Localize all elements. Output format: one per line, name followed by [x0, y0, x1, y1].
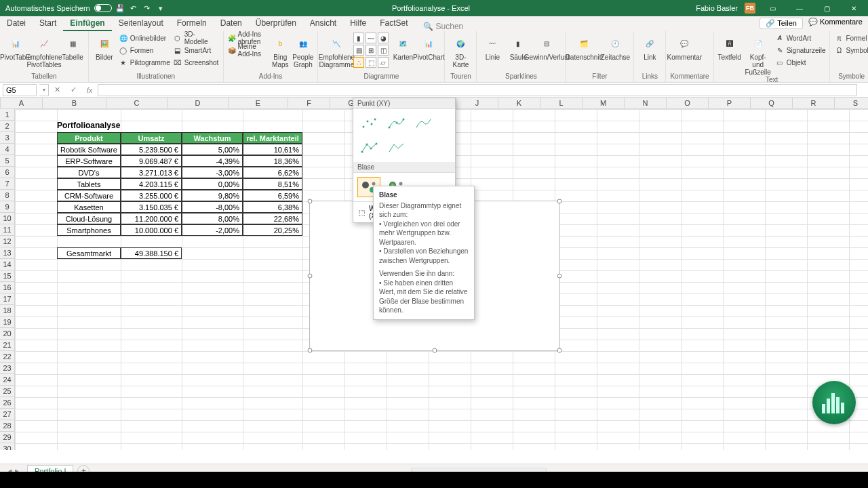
user-name[interactable]: Fabio Basler — [696, 4, 738, 12]
redo-icon[interactable]: ↷ — [142, 3, 153, 14]
enter-formula-icon[interactable]: ✓ — [65, 85, 81, 94]
row-header[interactable]: 3 — [0, 132, 15, 144]
column-header[interactable]: D — [167, 98, 229, 109]
row-header[interactable]: 27 — [0, 409, 15, 420]
umsatz-cell[interactable]: 10.000.000 € — [121, 224, 182, 236]
product-cell[interactable]: Cloud-Lösung — [57, 213, 121, 224]
pivottable-button[interactable]: 📊PivotTable — [4, 33, 27, 61]
umsatz-cell[interactable]: 5.239.500 € — [121, 144, 182, 155]
row-header[interactable]: 7 — [0, 178, 15, 190]
tab-ansicht[interactable]: Ansicht — [303, 16, 343, 31]
signature-line-button[interactable]: ✎Signaturzeile — [775, 45, 826, 56]
timeline-button[interactable]: 🕘Zeitachse — [601, 33, 629, 61]
scatter-smooth-markers-option[interactable] — [384, 113, 408, 134]
sparkline-winloss-button[interactable]: ⊟Gewinn/Verlust — [532, 33, 561, 61]
row-header[interactable]: 24 — [0, 374, 15, 386]
recommended-charts-button[interactable]: 📉Empfohlene Diagramme — [322, 33, 351, 68]
table-header[interactable]: rel. Marktanteil — [243, 132, 302, 144]
wachstum-cell[interactable]: -2,00% — [182, 224, 243, 236]
row-header[interactable]: 17 — [0, 293, 15, 305]
product-cell[interactable]: DVD's — [57, 167, 121, 178]
row-header[interactable]: 28 — [0, 420, 15, 432]
row-header[interactable]: 30 — [0, 443, 15, 450]
maximize-icon[interactable]: ▢ — [816, 0, 837, 16]
pie-chart-icon[interactable]: ◕ — [378, 33, 389, 43]
pictures-button[interactable]: 🖼️Bilder — [93, 33, 116, 61]
product-cell[interactable]: CRM-Software — [57, 190, 121, 201]
name-box[interactable]: G5 — [3, 84, 37, 96]
row-header[interactable]: 9 — [0, 201, 15, 213]
share-button[interactable]: 🔗 Teilen — [760, 18, 803, 29]
formula-input[interactable] — [98, 84, 857, 96]
wachstum-cell[interactable]: -4,39% — [182, 155, 243, 167]
search-label[interactable]: Suchen — [436, 22, 464, 31]
bar-chart-icon[interactable]: ▮ — [353, 33, 364, 43]
row-header[interactable]: 14 — [0, 259, 15, 270]
column-header[interactable]: M — [583, 98, 625, 109]
umsatz-cell[interactable]: 3.150.035 € — [121, 201, 182, 213]
row-header[interactable]: 1 — [0, 109, 15, 121]
qat-dropdown-icon[interactable]: ▾ — [155, 3, 166, 14]
umsatz-cell[interactable]: 11.200.000 € — [121, 213, 182, 224]
column-header[interactable]: R — [793, 98, 835, 109]
product-cell[interactable]: Tablets — [57, 178, 121, 190]
header-footer-button[interactable]: 📄Kopf- und Fußzeile — [744, 33, 772, 76]
3d-map-button[interactable]: 🌍3D-Karte — [449, 33, 472, 68]
row-header[interactable]: 25 — [0, 386, 15, 397]
column-header[interactable]: S — [835, 98, 868, 109]
row-header[interactable]: 8 — [0, 190, 15, 201]
umsatz-cell[interactable]: 3.271.013 € — [121, 167, 182, 178]
undo-icon[interactable]: ↶ — [128, 3, 139, 14]
get-addins-button[interactable]: 🧩Add-Ins abrufen — [228, 33, 269, 43]
ribbon-options-icon[interactable]: ▭ — [762, 0, 783, 16]
scatter-chart-icon[interactable]: ∴ — [353, 57, 364, 68]
scatter-smooth-option[interactable] — [412, 113, 435, 134]
sparkline-line-button[interactable]: 〰Linie — [481, 33, 504, 61]
product-cell[interactable]: Robotik Software — [57, 144, 121, 155]
column-header[interactable]: A — [1, 98, 43, 109]
bing-maps-button[interactable]: bBing Maps — [271, 33, 290, 68]
column-header[interactable]: L — [540, 98, 583, 109]
tab-daten[interactable]: Daten — [214, 16, 249, 31]
tab-einfügen[interactable]: Einfügen — [63, 16, 111, 31]
line-chart-icon[interactable]: ⁓ — [366, 33, 376, 43]
table-header[interactable]: Produkt — [57, 132, 121, 144]
wachstum-cell[interactable]: 0,00% — [182, 178, 243, 190]
tab-seitenlayout[interactable]: Seitenlayout — [112, 16, 170, 31]
row-header[interactable]: 29 — [0, 432, 15, 443]
marktanteil-cell[interactable]: 20,25% — [243, 224, 302, 236]
user-avatar[interactable]: FB — [745, 3, 755, 14]
row-header[interactable]: 26 — [0, 397, 15, 409]
comments-button[interactable]: 💬 Kommentare — [808, 18, 863, 29]
column-header[interactable]: E — [229, 98, 288, 109]
wachstum-cell[interactable]: -8,00% — [182, 201, 243, 213]
wachstum-cell[interactable]: 5,00% — [182, 144, 243, 155]
row-header[interactable]: 10 — [0, 213, 15, 224]
umsatz-cell[interactable]: 9.069.487 € — [121, 155, 182, 167]
wachstum-cell[interactable]: 8,00% — [182, 213, 243, 224]
hierarchy-chart-icon[interactable]: ▤ — [353, 45, 364, 56]
scatter-straight-markers-option[interactable] — [357, 138, 380, 158]
save-icon[interactable]: 💾 — [115, 3, 125, 14]
row-header[interactable]: 12 — [0, 236, 15, 247]
combo-chart-icon[interactable]: ◫ — [378, 45, 389, 56]
column-header[interactable]: B — [43, 98, 106, 109]
wordart-button[interactable]: 𝘼WordArt — [775, 33, 826, 43]
map-chart-icon[interactable]: ▱ — [378, 57, 389, 68]
icons-button[interactable]: ★Piktogramme — [119, 57, 170, 68]
column-header[interactable]: Q — [751, 98, 793, 109]
search-icon[interactable]: 🔍 — [423, 22, 433, 31]
row-header[interactable]: 20 — [0, 328, 15, 340]
marktanteil-cell[interactable]: 8,51% — [243, 178, 302, 190]
marktanteil-cell[interactable]: 6,59% — [243, 190, 302, 201]
umsatz-cell[interactable]: 3.255.000 € — [121, 190, 182, 201]
column-header[interactable]: F — [288, 98, 330, 109]
product-cell[interactable]: Kasetten — [57, 201, 121, 213]
row-header[interactable]: 22 — [0, 351, 15, 363]
scatter-markers-option[interactable] — [357, 113, 380, 134]
scatter-straight-option[interactable] — [384, 138, 408, 158]
row-header[interactable]: 21 — [0, 340, 15, 351]
column-header[interactable]: N — [625, 98, 667, 109]
row-header[interactable]: 5 — [0, 155, 15, 167]
stats-chart-icon[interactable]: ⊞ — [366, 45, 376, 56]
